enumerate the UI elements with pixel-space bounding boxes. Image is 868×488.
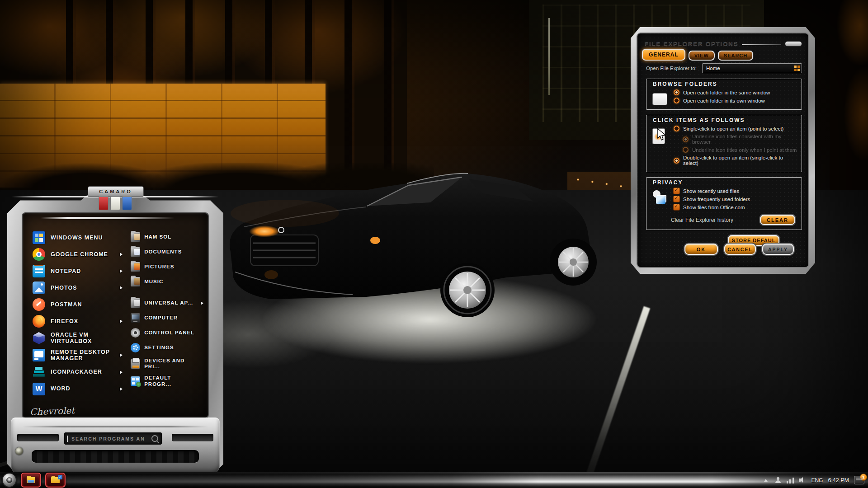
search-icon — [151, 435, 158, 442]
radio-icon[interactable] — [674, 158, 679, 164]
start-menu-item[interactable]: ICONPACKAGER — [33, 366, 123, 379]
radio-icon[interactable] — [683, 147, 689, 153]
taskbar-app-folder-check[interactable]: ✓ — [45, 473, 66, 488]
tab-label: GENERAL — [649, 52, 679, 58]
word-icon — [33, 383, 45, 395]
checkbox-icon[interactable] — [674, 188, 679, 194]
browse-folders-group: BROWSE FOLDERS Open each folder in the s… — [646, 79, 802, 110]
start-menu-item[interactable]: UNIVERSAL AP... — [131, 298, 203, 308]
privacy-icon — [653, 190, 668, 204]
camaro-car — [217, 159, 597, 331]
start-menu-item[interactable]: HAM SOL — [131, 232, 203, 242]
close-button[interactable] — [785, 41, 802, 47]
open-to-dropdown[interactable]: Home — [702, 63, 802, 73]
clock[interactable]: 6:42 PM — [828, 477, 849, 483]
start-menu-item[interactable]: ORACLE VM VIRTUALBOX — [33, 332, 123, 345]
menu-item-label: REMOTE DESKTOP MANAGER — [51, 349, 115, 362]
open-file-explorer-row: Open File Explorer to: Home — [646, 63, 802, 73]
radio-option[interactable]: Underline icon titles consistent with my… — [683, 134, 798, 145]
start-menu-item[interactable]: DEFAULT PROGR... — [131, 375, 203, 387]
virtualbox-icon — [33, 332, 45, 344]
ok-button[interactable]: OK — [684, 244, 718, 255]
menu-item-label: FIREFOX — [51, 318, 78, 324]
start-menu-item[interactable]: COMPUTER — [131, 313, 203, 323]
search-input[interactable] — [67, 436, 151, 442]
taskbar-app-explorer[interactable] — [21, 473, 41, 488]
dialog-tab[interactable]: VIEW — [689, 51, 715, 61]
menu-item-label: MUSIC — [144, 279, 163, 285]
checkbox-label: Show frequently used folders — [683, 197, 750, 202]
start-menu-item[interactable]: MUSIC — [131, 277, 203, 286]
menu-item-label: CONTROL PANEL — [144, 330, 194, 336]
user-tray-icon[interactable] — [774, 477, 782, 483]
menu-item-label: GOOGLE CHROME — [51, 251, 108, 258]
checkbox-option[interactable]: Show recently used files — [674, 188, 798, 194]
privacy-group: PRIVACY Show recently used files — [646, 177, 802, 230]
taskbar-shading — [0, 472, 868, 488]
radio-icon[interactable] — [674, 126, 679, 131]
notification-icon[interactable]: 1 — [854, 476, 864, 484]
clear-button[interactable]: CLEAR — [760, 215, 795, 225]
menu-item-label: WORD — [51, 385, 71, 392]
title-divider — [742, 44, 781, 45]
radio-icon[interactable] — [674, 89, 679, 95]
dialog-tab[interactable]: GENERAL — [642, 49, 685, 61]
submenu-arrow-icon — [201, 301, 203, 305]
ok-label: OK — [697, 247, 706, 252]
dialog-tab[interactable]: SEARCH — [718, 51, 753, 61]
dialog-titlebar: FILE EXPLORER OPTIONS — [645, 38, 802, 47]
submenu-arrow-icon — [120, 387, 123, 391]
desktop: CAMARO WINDOWS MENU — [0, 0, 868, 488]
menu-item-label: NOTEPAD — [51, 268, 81, 274]
check-badge-icon: ✓ — [58, 475, 62, 479]
control-panel-icon — [131, 328, 140, 338]
start-menu-item[interactable]: POSTMAN — [33, 298, 123, 311]
folder-user-icon — [131, 232, 140, 242]
start-menu-item[interactable]: NOTEPAD — [33, 265, 123, 277]
chrome-icon — [33, 248, 45, 261]
submenu-arrow-icon — [120, 253, 123, 256]
start-menu-item[interactable]: FIREFOX — [33, 315, 123, 328]
apply-button[interactable]: APPLY — [762, 244, 794, 255]
radio-option[interactable]: Open each folder in its own window — [674, 98, 798, 103]
cancel-label: CANCEL — [727, 247, 753, 252]
start-menu-item[interactable]: GOOGLE CHROME — [33, 248, 123, 261]
volume-icon[interactable] — [799, 477, 806, 483]
radio-label: Double-click to open an item (single-cli… — [683, 155, 798, 166]
checkbox-icon[interactable] — [674, 196, 679, 202]
radio-option[interactable]: Single-click to open an item (point to s… — [674, 126, 798, 131]
start-menu: CAMARO WINDOWS MENU — [7, 186, 223, 475]
windows-menu-icon — [33, 231, 45, 244]
checkbox-icon[interactable] — [674, 204, 679, 210]
start-menu-item[interactable]: REMOTE DESKTOP MANAGER — [33, 349, 123, 362]
start-menu-item[interactable]: CONTROL PANEL — [131, 328, 203, 338]
menu-item-label: ORACLE VM VIRTUALBOX — [51, 332, 115, 345]
checkbox-option[interactable]: Show files from Office.com — [674, 204, 798, 210]
menu-item-label: PICTURES — [144, 264, 174, 270]
radio-icon[interactable] — [674, 98, 679, 103]
menu-item-label: ICONPACKAGER — [51, 369, 102, 375]
search-box[interactable] — [64, 432, 162, 445]
submenu-arrow-icon — [120, 319, 123, 323]
clear-button-label: CLEAR — [767, 217, 788, 223]
language-indicator[interactable]: ENG — [811, 477, 823, 483]
start-menu-item[interactable]: WORD — [33, 383, 123, 395]
tray-expand-icon[interactable] — [762, 477, 769, 483]
network-icon[interactable] — [787, 477, 794, 483]
checkbox-option[interactable]: Show frequently used folders — [674, 196, 798, 202]
radio-option[interactable]: Underline icon titles only when I point … — [683, 147, 798, 153]
start-menu-item[interactable]: WINDOWS MENU — [33, 231, 123, 244]
folder-music-icon — [131, 277, 140, 286]
radio-icon[interactable] — [683, 136, 689, 142]
start-menu-item[interactable]: PHOTOS — [33, 282, 123, 294]
cancel-button[interactable]: CANCEL — [724, 244, 756, 255]
start-menu-item[interactable]: PICTURES — [131, 262, 203, 272]
start-button[interactable] — [2, 473, 17, 488]
radio-option[interactable]: Open each folder in the same window — [674, 89, 798, 95]
start-menu-item[interactable]: DEVICES AND PRI... — [131, 358, 203, 370]
clear-history-label: Clear File Explorer history — [671, 217, 733, 223]
submenu-arrow-icon — [120, 269, 123, 273]
start-menu-item[interactable]: DOCUMENTS — [131, 247, 203, 257]
radio-option[interactable]: Double-click to open an item (single-cli… — [674, 155, 798, 166]
start-menu-item[interactable]: SETTINGS — [131, 343, 203, 352]
